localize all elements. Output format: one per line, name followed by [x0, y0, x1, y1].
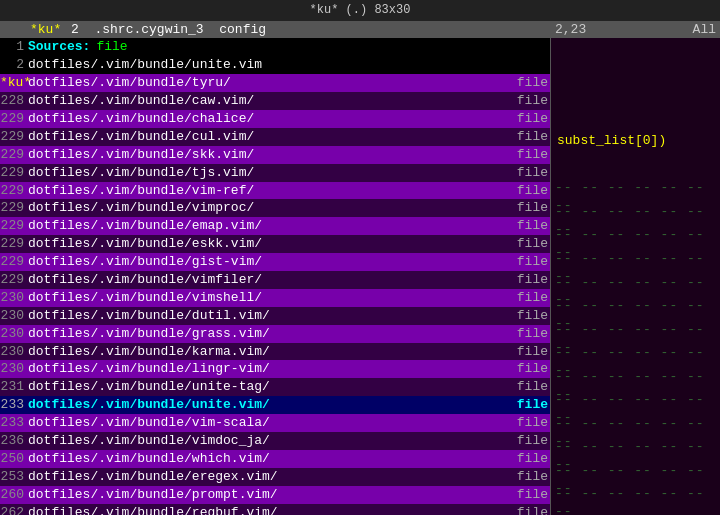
right-empty: [551, 92, 720, 110]
list-filetype: file: [517, 307, 550, 325]
header-rest: 2 .shrc.cygwin_3 config: [63, 21, 266, 39]
list-content: dotfiles/.vim/bundle/vimfiler/: [28, 271, 262, 289]
list-linenum: 229: [0, 253, 28, 271]
list-content: dotfiles/.vim/bundle/caw.vim/: [28, 92, 254, 110]
list-linenum: 229: [0, 271, 28, 289]
list-filetype: file: [517, 378, 550, 396]
list-filetype: file: [517, 253, 550, 271]
list-item: 229 dotfiles/.vim/bundle/tjs.vim/ file: [0, 164, 550, 182]
list-linenum: 229: [0, 164, 28, 182]
dotfiles-linenum: 2: [0, 56, 28, 74]
list-filetype: file: [517, 217, 550, 235]
right-empty: [551, 74, 720, 92]
list-content: dotfiles/.vim/bundle/emap.vim/: [28, 217, 262, 235]
list-filetype: file: [517, 74, 550, 92]
list-item: 229 dotfiles/.vim/bundle/chalice/ file: [0, 110, 550, 128]
list-linenum: 253: [0, 468, 28, 486]
list-content: dotfiles/.vim/bundle/vimdoc_ja/: [28, 432, 270, 450]
list-filetype: file: [517, 146, 550, 164]
list-filetype: file: [517, 271, 550, 289]
right-empty: [551, 150, 720, 168]
list-linenum: *ku*: [0, 74, 28, 92]
list-item: 229 dotfiles/.vim/bundle/emap.vim/ file: [0, 217, 550, 235]
list-linenum: 262: [0, 504, 28, 515]
list-linenum: 229: [0, 199, 28, 217]
list-filetype: file: [517, 360, 550, 378]
list-item: 229 dotfiles/.vim/bundle/cul.vim/ file: [0, 128, 550, 146]
list-content: dotfiles/.vim/bundle/gist-vim/: [28, 253, 262, 271]
subst-text: subst_list[0]): [557, 132, 666, 150]
list-item: 230 dotfiles/.vim/bundle/dutil.vim/ file: [0, 307, 550, 325]
list-linenum: 230: [0, 343, 28, 361]
terminal: *ku* (.) 83x30 *ku* 2 .shrc.cygwin_3 con…: [0, 0, 720, 515]
right-pane: 2,23 All subst_list[0]) -- -- -- -- -- -…: [550, 21, 720, 515]
list-filetype: file: [517, 182, 550, 200]
list-content: dotfiles/.vim/bundle/eskk.vim/: [28, 235, 262, 253]
list-filetype: file: [517, 235, 550, 253]
list-item: 233 dotfiles/.vim/bundle/vim-scala/ file: [0, 414, 550, 432]
title-bar: *ku* (.) 83x30: [0, 0, 720, 21]
list-item: 250 dotfiles/.vim/bundle/which.vim/ file: [0, 450, 550, 468]
list-item: 229 dotfiles/.vim/bundle/vimfiler/ file: [0, 271, 550, 289]
list-linenum: 229: [0, 110, 28, 128]
list-content: dotfiles/.vim/bundle/dutil.vim/: [28, 307, 270, 325]
list-item-selected: 233 dotfiles/.vim/bundle/unite.vim/ file: [0, 396, 550, 414]
list-content: dotfiles/.vim/bundle/skk.vim/: [28, 146, 254, 164]
list-filetype: file: [517, 450, 550, 468]
list-item: 229 dotfiles/.vim/bundle/vimproc/ file: [0, 199, 550, 217]
list-item: 262 dotfiles/.vim/bundle/regbuf.vim/ fil…: [0, 504, 550, 515]
list-content: dotfiles/.vim/bundle/prompt.vim/: [28, 486, 278, 504]
list-content: dotfiles/.vim/bundle/vimproc/: [28, 199, 254, 217]
right-subst: subst_list[0]): [551, 132, 720, 150]
list-filetype: file: [517, 199, 550, 217]
list-filetype: file: [517, 325, 550, 343]
list-content: dotfiles/.vim/bundle/vimshell/: [28, 289, 262, 307]
list-item: 229 dotfiles/.vim/bundle/vim-ref/ file: [0, 182, 550, 200]
list-linenum: 230: [0, 360, 28, 378]
list-content: dotfiles/.vim/bundle/chalice/: [28, 110, 254, 128]
list-linenum: 231: [0, 378, 28, 396]
list-linenum: 230: [0, 325, 28, 343]
header-line: *ku* 2 .shrc.cygwin_3 config: [0, 21, 550, 39]
line-num: [0, 21, 28, 39]
list-item: 236 dotfiles/.vim/bundle/vimdoc_ja/ file: [0, 432, 550, 450]
list-filetype: file: [517, 468, 550, 486]
list-linenum: 230: [0, 289, 28, 307]
list-filetype: file: [517, 432, 550, 450]
list-item: 260 dotfiles/.vim/bundle/prompt.vim/ fil…: [0, 486, 550, 504]
list-filetype: file: [517, 504, 550, 515]
list-linenum: 229: [0, 146, 28, 164]
list-content: dotfiles/.vim/bundle/which.vim/: [28, 450, 270, 468]
list-item: 229 dotfiles/.vim/bundle/eskk.vim/ file: [0, 235, 550, 253]
list-linenum: 229: [0, 217, 28, 235]
list-linenum: 233: [0, 414, 28, 432]
dotfiles-header-content: dotfiles/.vim/bundle/unite.vim: [28, 56, 262, 74]
left-pane: *ku* 2 .shrc.cygwin_3 config 1 Sources: …: [0, 21, 550, 515]
list-item: 231 dotfiles/.vim/bundle/unite-tag/ file: [0, 378, 550, 396]
list-linenum: 229: [0, 182, 28, 200]
sources-linenum: 1: [0, 38, 28, 56]
list-content: dotfiles/.vim/bundle/tyru/: [28, 74, 231, 92]
right-position: 2,23: [555, 21, 586, 39]
list-linenum: 233: [0, 396, 28, 414]
list-content: dotfiles/.vim/bundle/karma.vim/: [28, 343, 270, 361]
list-item: 228 dotfiles/.vim/bundle/caw.vim/ file: [0, 92, 550, 110]
right-empty: [551, 56, 720, 74]
list-linenum: 229: [0, 128, 28, 146]
list-content-selected: dotfiles/.vim/bundle/unite.vim/: [28, 396, 270, 414]
list-item: 230 dotfiles/.vim/bundle/lingr-vim/ file: [0, 360, 550, 378]
right-empty: [551, 110, 720, 128]
list-linenum: 236: [0, 432, 28, 450]
list-filetype: file: [517, 164, 550, 182]
list-content: dotfiles/.vim/bundle/tjs.vim/: [28, 164, 254, 182]
list-filetype: file: [517, 289, 550, 307]
list-filetype: file: [517, 110, 550, 128]
list-item: 253 dotfiles/.vim/bundle/eregex.vim/ fil…: [0, 468, 550, 486]
list-filetype: file: [517, 92, 550, 110]
list-item: 229 dotfiles/.vim/bundle/gist-vim/ file: [0, 253, 550, 271]
list-linenum: 250: [0, 450, 28, 468]
ku-label: *ku*: [28, 21, 63, 39]
list-filetype: file: [517, 128, 550, 146]
list-item: 230 dotfiles/.vim/bundle/grass.vim/ file: [0, 325, 550, 343]
right-scroll: All: [693, 21, 716, 39]
